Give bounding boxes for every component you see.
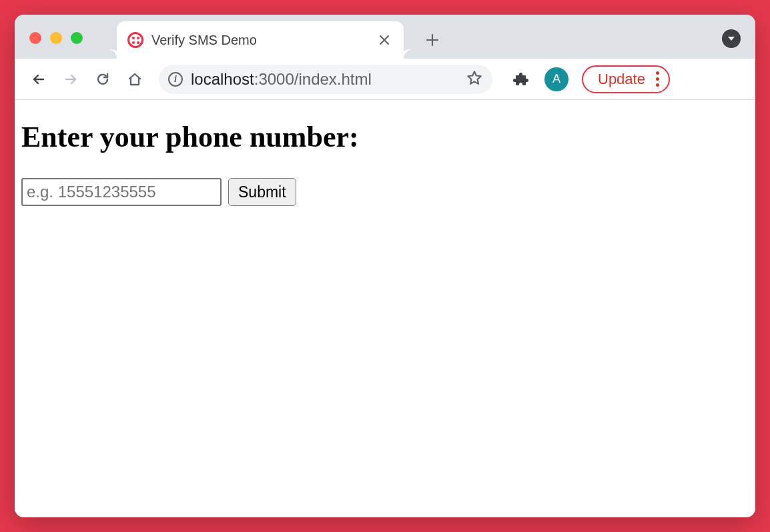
browser-toolbar: i localhost:3000/index.html A Update bbox=[15, 59, 755, 100]
page-heading: Enter your phone number: bbox=[21, 120, 749, 154]
browser-tab[interactable]: Verify SMS Demo bbox=[117, 21, 404, 59]
avatar-letter: A bbox=[552, 72, 560, 86]
submit-button[interactable]: Submit bbox=[228, 178, 296, 206]
update-button[interactable]: Update bbox=[582, 65, 670, 93]
url-text: localhost:3000/index.html bbox=[191, 70, 458, 89]
browser-window: Verify SMS Demo i bbox=[15, 15, 755, 517]
url-path: :3000/index.html bbox=[254, 70, 372, 88]
new-tab-button[interactable] bbox=[420, 27, 445, 53]
phone-number-input[interactable] bbox=[21, 178, 222, 206]
twilio-favicon-icon bbox=[127, 32, 143, 48]
tab-title: Verify SMS Demo bbox=[151, 33, 369, 48]
site-info-icon[interactable]: i bbox=[168, 72, 183, 87]
url-host: localhost bbox=[191, 70, 254, 88]
home-button[interactable] bbox=[121, 66, 148, 93]
reload-button[interactable] bbox=[89, 66, 116, 93]
address-bar[interactable]: i localhost:3000/index.html bbox=[159, 65, 492, 94]
bookmark-star-icon[interactable] bbox=[466, 69, 483, 89]
page-content: Enter your phone number: Submit bbox=[15, 100, 755, 517]
tabs-dropdown-button[interactable] bbox=[722, 29, 741, 48]
window-minimize-button[interactable] bbox=[50, 32, 62, 44]
back-button[interactable] bbox=[25, 66, 52, 93]
window-maximize-button[interactable] bbox=[71, 32, 83, 44]
window-controls bbox=[29, 32, 83, 44]
window-close-button[interactable] bbox=[29, 32, 41, 44]
extensions-icon[interactable] bbox=[507, 66, 534, 93]
update-label: Update bbox=[598, 71, 645, 88]
tab-strip: Verify SMS Demo bbox=[15, 15, 755, 59]
profile-avatar[interactable]: A bbox=[544, 67, 568, 91]
tab-close-button[interactable] bbox=[377, 33, 392, 47]
forward-button[interactable] bbox=[57, 66, 84, 93]
menu-dots-icon bbox=[656, 71, 659, 87]
phone-form: Submit bbox=[21, 178, 749, 206]
